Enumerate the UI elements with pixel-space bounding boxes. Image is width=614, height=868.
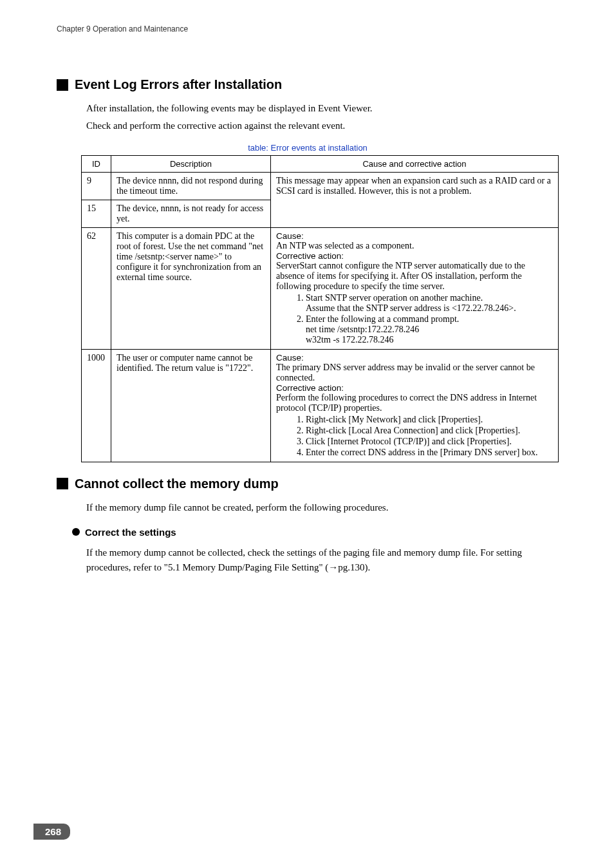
cause-text: An NTP was selected as a component. [276, 241, 553, 251]
steps-list: Right-click [My Network] and click [Prop… [306, 415, 553, 458]
step-text: Enter the following at a command prompt. [306, 314, 459, 324]
subheading-text: Correct the settings [85, 527, 176, 538]
heading-event-log-errors: Event Log Errors after Installation [57, 77, 559, 92]
table-row: 1000 The user or computer name cannot be… [82, 349, 559, 462]
heading-cannot-collect-dump: Cannot collect the memory dump [57, 476, 559, 491]
correct-settings-text: If the memory dump cannot be collected, … [86, 545, 559, 576]
cause-text: The primary DNS server address may be in… [276, 363, 553, 383]
th-id: ID [82, 155, 111, 172]
cell-id: 1000 [82, 349, 111, 462]
subheading-correct-settings: Correct the settings [72, 527, 559, 538]
step-subtext: net time /setsntp:172.22.78.246 [306, 325, 553, 335]
corrective-label: Corrective action: [276, 383, 553, 393]
step-item: Start SNTP server operation on another m… [306, 293, 553, 314]
cell-id: 15 [82, 200, 111, 227]
table-header-row: ID Description Cause and corrective acti… [82, 155, 559, 172]
th-description: Description [111, 155, 271, 172]
error-events-table: ID Description Cause and corrective acti… [81, 155, 559, 462]
step-item: Right-click [Local Area Connection] and … [306, 426, 553, 436]
heading-text: Cannot collect the memory dump [75, 476, 279, 491]
page-content: Event Log Errors after Installation Afte… [57, 77, 559, 578]
cell-cause: Cause: An NTP was selected as a componen… [271, 227, 559, 349]
dump-intro: If the memory dump file cannot be create… [86, 500, 559, 515]
corrective-text: Perform the following procedures to corr… [276, 393, 553, 413]
table-caption: table: Error events at installation [57, 143, 559, 153]
step-text: Start SNTP server operation on another m… [306, 293, 483, 303]
corrective-text: ServerStart cannot configure the NTP ser… [276, 261, 553, 292]
cell-desc: The device nnnn, did not respond during … [111, 172, 271, 200]
cell-id: 9 [82, 172, 111, 200]
cell-desc: This computer is a domain PDC at the roo… [111, 227, 271, 349]
cell-cause: Cause: The primary DNS server address ma… [271, 349, 559, 462]
cell-desc: The user or computer name cannot be iden… [111, 349, 271, 462]
intro-line-1: After installation, the following events… [86, 101, 559, 116]
cause-label: Cause: [276, 231, 553, 241]
steps-list: Start SNTP server operation on another m… [306, 293, 553, 345]
step-subtext: w32tm -s 172.22.78.246 [306, 335, 553, 345]
cell-cause: This message may appear when an expansio… [271, 172, 559, 227]
running-header: Chapter 9 Operation and Maintenance [57, 24, 188, 33]
heading-text: Event Log Errors after Installation [75, 77, 282, 92]
step-item: Enter the following at a command prompt.… [306, 314, 553, 345]
cell-desc: The device, nnnn, is not ready for acces… [111, 200, 271, 227]
th-cause: Cause and corrective action [271, 155, 559, 172]
square-bullet-icon [57, 478, 68, 489]
page-number-badge: 268 [33, 824, 70, 840]
step-subtext: Assume that the SNTP server address is <… [306, 303, 553, 314]
step-item: Right-click [My Network] and click [Prop… [306, 415, 553, 425]
dot-bullet-icon [72, 528, 80, 536]
step-item: Click [Internet Protocol (TCP/IP)] and c… [306, 437, 553, 447]
cell-id: 62 [82, 227, 111, 349]
square-bullet-icon [57, 79, 68, 91]
cause-label: Cause: [276, 353, 553, 363]
table-row: 62 This computer is a domain PDC at the … [82, 227, 559, 349]
intro-line-2: Check and perform the corrective action … [86, 118, 559, 133]
table-row: 9 The device nnnn, did not respond durin… [82, 172, 559, 200]
corrective-label: Corrective action: [276, 251, 553, 261]
step-item: Enter the correct DNS address in the [Pr… [306, 448, 553, 458]
